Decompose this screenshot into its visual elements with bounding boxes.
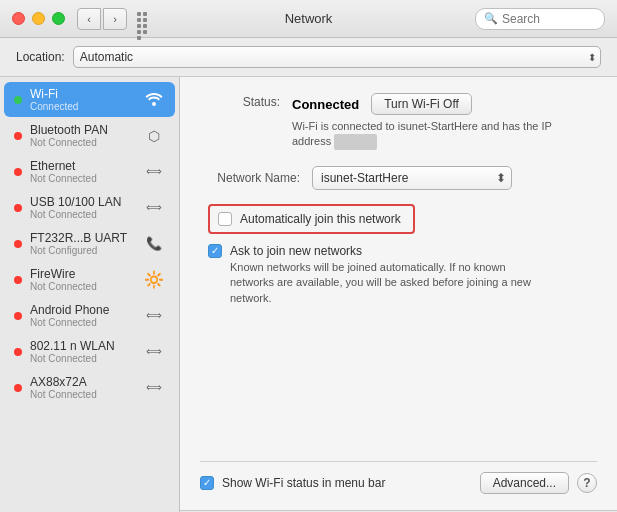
ethernet-icon: ⟺ (143, 165, 165, 178)
ask-join-text: Ask to join new networks Known networks … (230, 244, 597, 306)
status-description: Wi-Fi is connected to isunet-StartHere a… (292, 119, 572, 150)
ask-join-row: Ask to join new networks Known networks … (208, 244, 597, 306)
status-label: Status: (200, 93, 280, 109)
status-dot-ax88 (14, 384, 22, 392)
bottom-bar: Show Wi-Fi status in menu bar Advanced..… (200, 461, 597, 494)
nav-arrows: ‹ › (77, 8, 127, 30)
network-name-android: Android Phone (30, 303, 135, 317)
show-wifi-checkbox[interactable] (200, 476, 214, 490)
network-status-usb: Not Connected (30, 209, 135, 220)
network-status-wifi: Connected (30, 101, 135, 112)
auto-join-label: Automatically join this network (240, 212, 401, 226)
sidebar: Wi-Fi Connected Bluetooth PAN Not Connec… (0, 77, 180, 512)
show-wifi-label: Show Wi-Fi status in menu bar (222, 476, 385, 490)
titlebar: ‹ › Network 🔍 (0, 0, 617, 38)
status-dot-bluetooth (14, 132, 22, 140)
forward-button[interactable]: › (103, 8, 127, 30)
network-item-ethernet[interactable]: Ethernet Not Connected ⟺ (4, 154, 175, 189)
window-title: Network (285, 11, 333, 26)
main-layout: Wi-Fi Connected Bluetooth PAN Not Connec… (0, 77, 617, 512)
maximize-button[interactable] (52, 12, 65, 25)
ax88-icon: ⟺ (143, 381, 165, 394)
network-item-ax88[interactable]: AX88x72A Not Connected ⟺ (4, 370, 175, 405)
network-info-ax88: AX88x72A Not Connected (30, 375, 135, 400)
status-line: Connected Turn Wi-Fi Off (292, 93, 597, 115)
minimize-button[interactable] (32, 12, 45, 25)
network-item-bluetooth[interactable]: Bluetooth PAN Not Connected ⬡ (4, 118, 175, 153)
wifi-icon (143, 90, 165, 110)
status-dot-ethernet (14, 168, 22, 176)
network-name-firewire: FireWire (30, 267, 135, 281)
network-item-wifi[interactable]: Wi-Fi Connected (4, 82, 175, 117)
network-status-wlan: Not Connected (30, 353, 135, 364)
network-name-uart: FT232R...B UART (30, 231, 135, 245)
network-list: Wi-Fi Connected Bluetooth PAN Not Connec… (0, 77, 179, 512)
status-dot-usb (14, 204, 22, 212)
content-panel: Status: Connected Turn Wi-Fi Off Wi-Fi i… (180, 77, 617, 510)
network-info-usb: USB 10/100 LAN Not Connected (30, 195, 135, 220)
status-dot-wlan (14, 348, 22, 356)
back-button[interactable]: ‹ (77, 8, 101, 30)
network-name-ethernet: Ethernet (30, 159, 135, 173)
location-select-wrapper: Automatic Edit Locations... ⬍ (73, 46, 601, 68)
location-label: Location: (16, 50, 65, 64)
network-name-label: Network Name: (200, 171, 300, 185)
status-dot-android (14, 312, 22, 320)
network-info-wlan: 802.11 n WLAN Not Connected (30, 339, 135, 364)
status-dot-uart (14, 240, 22, 248)
window-controls (12, 12, 65, 25)
network-name-wlan: 802.11 n WLAN (30, 339, 135, 353)
ask-join-title: Ask to join new networks (230, 244, 597, 258)
close-button[interactable] (12, 12, 25, 25)
usb-icon: ⟺ (143, 201, 165, 214)
network-name-select[interactable]: isunet-StartHere (312, 166, 512, 190)
ask-join-checkbox[interactable] (208, 244, 222, 258)
bottom-right: Advanced... ? (480, 472, 597, 494)
location-select[interactable]: Automatic Edit Locations... (73, 46, 601, 68)
network-item-usb[interactable]: USB 10/100 LAN Not Connected ⟺ (4, 190, 175, 225)
bluetooth-icon: ⬡ (143, 128, 165, 144)
search-input[interactable] (502, 12, 596, 26)
network-name-wifi: Wi-Fi (30, 87, 135, 101)
firewire-icon: 🔆 (143, 270, 165, 289)
network-item-uart[interactable]: FT232R...B UART Not Configured 📞 (4, 226, 175, 261)
wlan-icon: ⟺ (143, 345, 165, 358)
search-box[interactable]: 🔍 (475, 8, 605, 30)
ip-address (334, 134, 377, 149)
content-area: Status: Connected Turn Wi-Fi Off Wi-Fi i… (180, 77, 617, 512)
status-content: Connected Turn Wi-Fi Off Wi-Fi is connec… (292, 93, 597, 150)
auto-join-box: Automatically join this network (208, 204, 415, 234)
network-info-ethernet: Ethernet Not Connected (30, 159, 135, 184)
network-item-wlan[interactable]: 802.11 n WLAN Not Connected ⟺ (4, 334, 175, 369)
search-icon: 🔍 (484, 12, 498, 25)
network-name-bluetooth: Bluetooth PAN (30, 123, 135, 137)
network-item-firewire[interactable]: FireWire Not Connected 🔆 (4, 262, 175, 297)
help-button[interactable]: ? (577, 473, 597, 493)
network-info-android: Android Phone Not Connected (30, 303, 135, 328)
android-icon: ⟺ (143, 309, 165, 322)
grid-icon[interactable] (135, 10, 153, 28)
ask-join-description: Known networks will be joined automatica… (230, 260, 540, 306)
network-status-bluetooth: Not Connected (30, 137, 135, 148)
network-info-wifi: Wi-Fi Connected (30, 87, 135, 112)
network-item-android[interactable]: Android Phone Not Connected ⟺ (4, 298, 175, 333)
status-dot-wifi (14, 96, 22, 104)
advanced-button[interactable]: Advanced... (480, 472, 569, 494)
network-name-select-wrapper: isunet-StartHere ⬍ (312, 166, 512, 190)
network-status-uart: Not Configured (30, 245, 135, 256)
status-value: Connected (292, 97, 359, 112)
status-row: Status: Connected Turn Wi-Fi Off Wi-Fi i… (200, 93, 597, 150)
network-status-ax88: Not Connected (30, 389, 135, 400)
auto-join-checkbox[interactable] (218, 212, 232, 226)
show-wifi-row: Show Wi-Fi status in menu bar (200, 476, 385, 490)
network-info-firewire: FireWire Not Connected (30, 267, 135, 292)
network-status-ethernet: Not Connected (30, 173, 135, 184)
network-name-usb: USB 10/100 LAN (30, 195, 135, 209)
network-name-row: Network Name: isunet-StartHere ⬍ (200, 166, 597, 190)
network-info-uart: FT232R...B UART Not Configured (30, 231, 135, 256)
network-status-android: Not Connected (30, 317, 135, 328)
auto-join-section: Automatically join this network (200, 204, 597, 234)
turn-wifi-button[interactable]: Turn Wi-Fi Off (371, 93, 472, 115)
uart-icon: 📞 (143, 236, 165, 251)
network-info-bluetooth: Bluetooth PAN Not Connected (30, 123, 135, 148)
